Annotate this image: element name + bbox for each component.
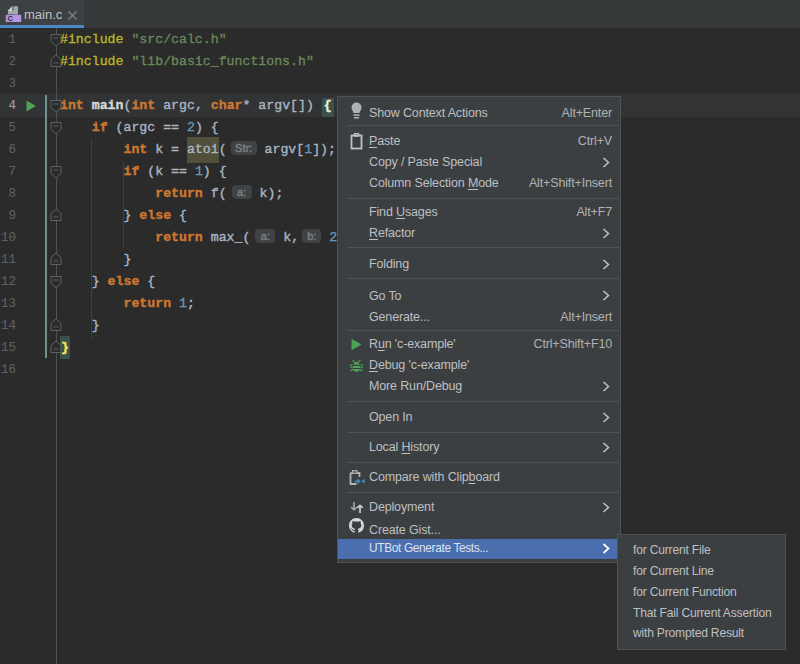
svg-text:C: C [8, 14, 14, 23]
